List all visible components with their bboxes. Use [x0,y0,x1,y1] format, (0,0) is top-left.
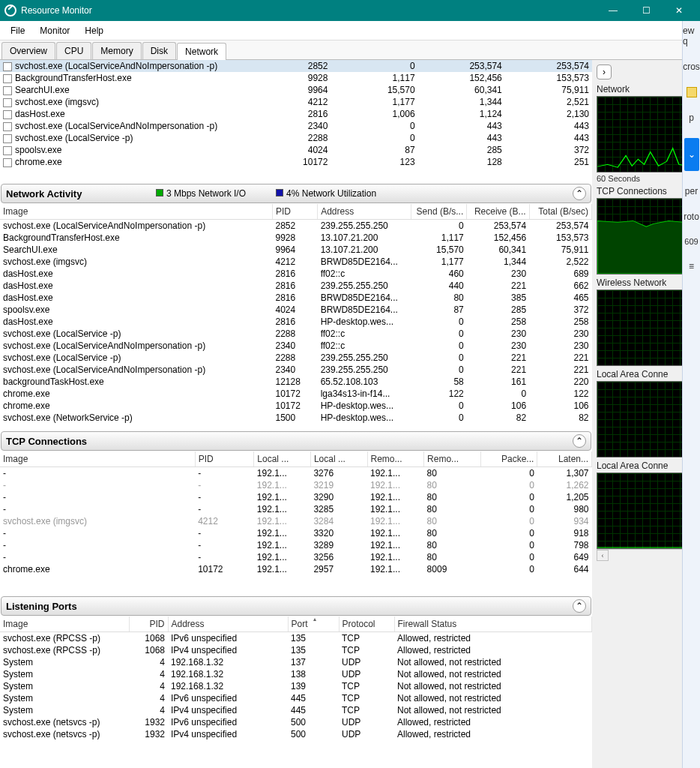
tcp-table[interactable]: Image PID Local ... Local ... Remo... Re… [0,452,592,596]
table-row[interactable]: BackgroundTransferHost.exe992813.107.21.… [0,232,592,244]
menu-file[interactable]: File [3,22,32,39]
maximize-button[interactable]: ☐ [630,0,663,21]
titlebar: Resource Monitor — ☐ ✕ [0,0,700,21]
checkbox[interactable] [3,62,12,71]
table-row[interactable]: System4IPv6 unspecified445TCPNot allowed… [0,692,592,704]
table-row[interactable]: SearchUI.exe996413.107.21.20015,57060,34… [0,244,592,256]
checkbox[interactable] [3,122,12,131]
scroll-left-icon[interactable]: ‹ [597,550,609,561]
table-row[interactable]: svchost.exe (LocalService -p)2288239.255… [0,352,592,364]
table-row[interactable]: svchost.exe (NetworkService -p)1500HP-de… [0,412,592,424]
checkbox[interactable] [3,134,12,143]
table-row[interactable]: svchost.exe (imgsvc)4212192.1...3284192.… [0,515,592,527]
table-row[interactable]: svchost.exe (imgsvc)4212BRWD85DE2164...1… [0,256,592,268]
table-row[interactable]: chrome.exe10172HP-desktop.wes...0106106 [0,400,592,412]
table-row[interactable]: svchost.exe (LocalServiceAndNoImpersonat… [0,60,592,72]
menu-monitor[interactable]: Monitor [32,22,77,39]
table-row[interactable]: svchost.exe (LocalServiceAndNoImpersonat… [0,120,592,132]
table-row[interactable]: svchost.exe (LocalService -p)2288ff02::c… [0,328,592,340]
table-row[interactable]: BackgroundTransferHost.exe99281,117152,4… [0,72,592,84]
menubar: File Monitor Help [0,21,700,40]
table-row[interactable]: svchost.exe (LocalServiceAndNoImpersonat… [0,340,592,352]
hamburger-icon[interactable]: ≡ [689,261,694,272]
collapse-icon[interactable]: ⌃ [573,599,586,613]
table-row[interactable]: svchost.exe (LocalServiceAndNoImpersonat… [0,220,592,232]
table-row[interactable]: svchost.exe (imgsvc)42121,1771,3442,521 [0,96,592,108]
process-list[interactable]: svchost.exe (LocalServiceAndNoImpersonat… [0,60,592,183]
io-swatch-icon [156,189,163,196]
checkbox[interactable] [3,74,12,83]
table-row[interactable]: svchost.exe (RPCSS -p)1068IPv4 unspecifi… [0,644,592,656]
collapse-icon[interactable]: ⌃ [573,187,586,200]
menu-help[interactable]: Help [77,22,111,39]
table-row[interactable]: --192.1...3289192.1...800798 [0,539,592,551]
tab-network[interactable]: Network [177,43,226,60]
table-row[interactable]: --192.1...3276192.1...8001,307 [0,467,592,480]
table-row[interactable]: svchost.exe (netsvcs -p)1932IPv4 unspeci… [0,728,592,740]
table-row[interactable]: --192.1...3320192.1...800918 [0,527,592,539]
table-row[interactable]: svchost.exe (LocalServiceAndNoImpersonat… [0,364,592,376]
table-row[interactable]: --192.1...3285192.1...800980 [0,503,592,515]
section-tcp[interactable]: TCP Connections ⌃ [1,431,591,451]
table-row[interactable]: System4192.168.1.32137UDPNot allowed, no… [0,656,592,668]
table-row[interactable]: svchost.exe (netsvcs -p)1932IPv6 unspeci… [0,716,592,728]
minimize-button[interactable]: — [597,0,630,21]
table-row[interactable]: dasHost.exe28161,0061,1242,130 [0,108,592,120]
close-button[interactable]: ✕ [663,0,696,21]
util-swatch-icon [276,189,283,196]
table-row[interactable]: dasHost.exe2816ff02::c460230689 [0,268,592,280]
checkbox[interactable] [3,158,12,167]
tabbar: Overview CPU Memory Disk Network [0,40,700,60]
table-row[interactable]: System4192.168.1.32139TCPNot allowed, no… [0,680,592,692]
table-row[interactable]: chrome.exe10172lga34s13-in-f14...1220122 [0,388,592,400]
tab-disk[interactable]: Disk [142,42,176,59]
collapse-icon[interactable]: ⌃ [573,434,586,448]
expand-panel-button[interactable]: › [597,64,612,80]
table-row[interactable]: --192.1...3256192.1...800649 [0,551,592,563]
section-network-activity[interactable]: Network Activity 3 Mbps Network I/O 4% N… [1,184,591,203]
table-row[interactable]: spoolsv.exe402487285372 [0,144,592,156]
section-ports[interactable]: Listening Ports ⌃ [1,596,591,616]
table-row[interactable]: spoolsv.exe4024BRWD85DE2164...87285372 [0,304,592,316]
folder-icon [687,87,697,98]
checkbox[interactable] [3,110,12,119]
checkbox[interactable] [3,86,12,95]
table-row[interactable]: chrome.exe10172192.1...2957192.1...80090… [0,563,592,575]
tab-overview[interactable]: Overview [1,42,55,59]
window-title: Resource Monitor [21,5,597,16]
ports-table[interactable]: Image PID Address Port Protocol Firewall… [0,616,592,768]
table-row[interactable]: dasHost.exe2816239.255.255.250440221662 [0,280,592,292]
table-row[interactable]: --192.1...3219192.1...8001,262 [0,479,592,491]
checkbox[interactable] [3,98,12,107]
checkbox[interactable] [3,146,12,155]
table-row[interactable]: System4IPv4 unspecified445TCPNot allowed… [0,704,592,716]
activity-table[interactable]: Image PID Address Send (B/s... Receive (… [0,204,592,430]
app-icon [4,4,16,16]
table-row[interactable]: System4192.168.1.32138UDPNot allowed, no… [0,668,592,680]
table-row[interactable]: chrome.exe10172123128251 [0,156,592,168]
tab-memory[interactable]: Memory [92,42,141,59]
table-row[interactable]: backgroundTaskHost.exe1212865.52.108.103… [0,376,592,388]
table-row[interactable]: SearchUI.exe996415,57060,34175,911 [0,84,592,96]
table-row[interactable]: svchost.exe (LocalService -p)22880443443 [0,132,592,144]
table-row[interactable]: svchost.exe (RPCSS -p)1068IPv6 unspecifi… [0,632,592,645]
table-row[interactable]: --192.1...3290192.1...8001,205 [0,491,592,503]
table-row[interactable]: dasHost.exe2816HP-desktop.wes...0258258 [0,316,592,328]
blue-chevron-icon[interactable]: ⌄ [684,138,699,171]
table-row[interactable]: dasHost.exe2816BRWD85DE2164...80385465 [0,292,592,304]
right-strip: ew q cros p ⌄ per roto 609 ≡ [682,21,700,768]
tab-cpu[interactable]: CPU [56,42,91,59]
